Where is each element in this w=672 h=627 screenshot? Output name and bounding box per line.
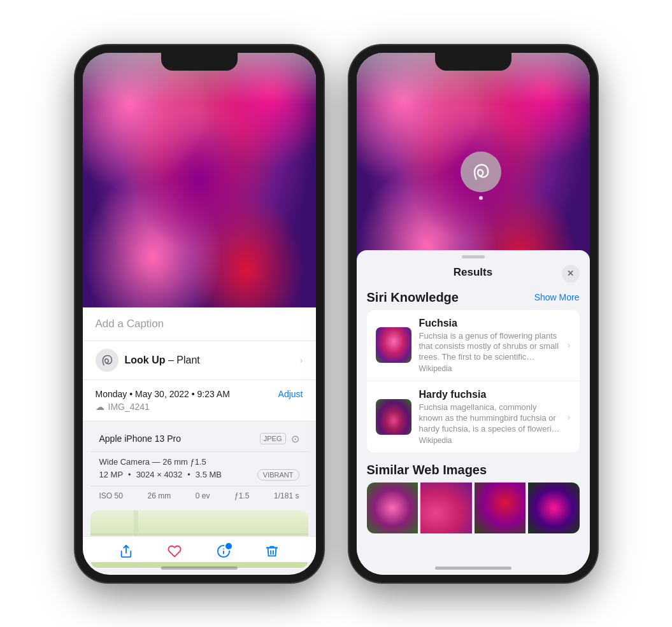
- right-phone: Results ✕ Siri Knowledge Show More Fuchs…: [349, 45, 597, 582]
- sheet-header: Results ✕: [357, 258, 590, 284]
- similar-images-row[interactable]: [367, 483, 580, 533]
- caption-placeholder[interactable]: Add a Caption: [96, 318, 164, 330]
- fuchsia-description: Fuchsia is a genus of flowering plants t…: [419, 331, 560, 363]
- lookup-row[interactable]: Look Up – Plant ›: [83, 341, 316, 380]
- share-icon: [119, 544, 133, 558]
- lookup-icon-circle: [96, 349, 118, 372]
- delete-button[interactable]: [265, 544, 279, 562]
- notch-right: [435, 53, 511, 71]
- adjust-button[interactable]: Adjust: [278, 389, 303, 399]
- info-section: Monday • May 30, 2022 • 9:23 AM Adjust ☁…: [83, 380, 316, 421]
- hardy-fuchsia-source: Wikipedia: [419, 436, 560, 445]
- siri-knowledge-header: Siri Knowledge Show More: [367, 284, 580, 310]
- info-badge: [224, 542, 233, 551]
- visual-intelligence-bubble: [461, 151, 501, 192]
- similar-image-2[interactable]: [420, 483, 472, 533]
- camera-settings-icon: ⊙: [291, 433, 299, 445]
- heart-icon: [168, 544, 182, 558]
- share-button[interactable]: [119, 544, 133, 562]
- aperture-value: ƒ1.5: [234, 491, 249, 500]
- knowledge-item-fuchsia[interactable]: Fuchsia Fuchsia is a genus of flowering …: [367, 310, 580, 382]
- notch: [161, 53, 238, 71]
- iso-value: ISO 50: [99, 491, 123, 500]
- lookup-label: Look Up – Plant: [125, 355, 200, 366]
- favorite-button[interactable]: [168, 544, 182, 562]
- left-phone: Add a Caption Look Up – Plant › Monday •…: [75, 45, 324, 582]
- vi-bubble-dot: [479, 196, 483, 200]
- camera-specs: 12 MP • 3024 × 4032 • 3.5 MB VIBRANT: [99, 469, 299, 481]
- hardy-fuchsia-chevron-icon: ›: [568, 412, 571, 422]
- date-text: Monday • May 30, 2022 • 9:23 AM: [96, 389, 230, 399]
- fuchsia-name: Fuchsia: [419, 318, 560, 329]
- camera-lens: Wide Camera — 26 mm ƒ1.5: [99, 457, 299, 467]
- caption-area[interactable]: Add a Caption: [83, 307, 316, 341]
- home-indicator: [161, 567, 238, 570]
- ev-value: 0 ev: [196, 491, 210, 500]
- exif-row: ISO 50 26 mm 0 ev ƒ1.5 1/181 s: [90, 486, 308, 505]
- similar-web-images-header: Similar Web Images: [367, 454, 580, 483]
- show-more-button[interactable]: Show More: [534, 292, 580, 302]
- filename: IMG_4241: [108, 402, 150, 412]
- close-button[interactable]: ✕: [562, 265, 580, 283]
- right-screen: Results ✕ Siri Knowledge Show More Fuchs…: [357, 53, 590, 575]
- knowledge-card: Fuchsia Fuchsia is a genus of flowering …: [367, 310, 580, 453]
- hardy-fuchsia-name: Hardy fuchsia: [419, 389, 560, 400]
- similar-image-1[interactable]: [367, 483, 418, 533]
- camera-section: Apple iPhone 13 Pro JPEG ⊙ Wide Camera —…: [90, 426, 308, 505]
- similar-image-4[interactable]: [528, 483, 580, 533]
- leaf-icon: [101, 354, 113, 367]
- megapixels: 12 MP: [99, 470, 124, 479]
- shutter-value: 1/181 s: [274, 491, 299, 500]
- fuchsia-chevron-icon: ›: [568, 340, 571, 350]
- fuchsia-text: Fuchsia Fuchsia is a genus of flowering …: [419, 318, 560, 374]
- hardy-fuchsia-description: Fuchsia magellanica, commonly known as t…: [419, 402, 560, 435]
- siri-knowledge-title: Siri Knowledge: [367, 290, 459, 305]
- hardy-fuchsia-thumbnail: [376, 399, 411, 435]
- fuchsia-thumbnail: [376, 327, 411, 363]
- similar-image-3[interactable]: [475, 483, 526, 533]
- cloud-icon: ☁: [96, 402, 104, 412]
- sheet-title: Results: [454, 266, 492, 279]
- focal-length-value: 26 mm: [147, 491, 171, 500]
- leaf-vi-icon: [471, 162, 490, 181]
- hardy-fuchsia-text: Hardy fuchsia Fuchsia magellanica, commo…: [419, 389, 560, 445]
- sheet-content[interactable]: Siri Knowledge Show More Fuchsia Fuchsia…: [357, 284, 590, 564]
- left-screen: Add a Caption Look Up – Plant › Monday •…: [83, 53, 316, 575]
- home-indicator-right: [435, 567, 511, 570]
- camera-model: Apple iPhone 13 Pro: [99, 433, 181, 444]
- toolbar: [83, 536, 316, 562]
- trash-icon: [265, 544, 279, 558]
- resolution: 3024 × 4032: [136, 470, 183, 479]
- format-badges: JPEG ⊙: [260, 433, 299, 445]
- knowledge-item-hardy-fuchsia[interactable]: Hardy fuchsia Fuchsia magellanica, commo…: [367, 381, 580, 453]
- fuchsia-source: Wikipedia: [419, 364, 560, 373]
- style-badge: VIBRANT: [257, 469, 299, 481]
- format-badge: JPEG: [260, 433, 286, 444]
- flower-photo-left[interactable]: [83, 53, 316, 307]
- lookup-chevron-icon: ›: [300, 355, 303, 365]
- info-button[interactable]: [217, 544, 231, 562]
- results-sheet: Results ✕ Siri Knowledge Show More Fuchs…: [357, 250, 590, 575]
- similar-web-images-title: Similar Web Images: [367, 463, 487, 477]
- filesize: 3.5 MB: [196, 470, 222, 479]
